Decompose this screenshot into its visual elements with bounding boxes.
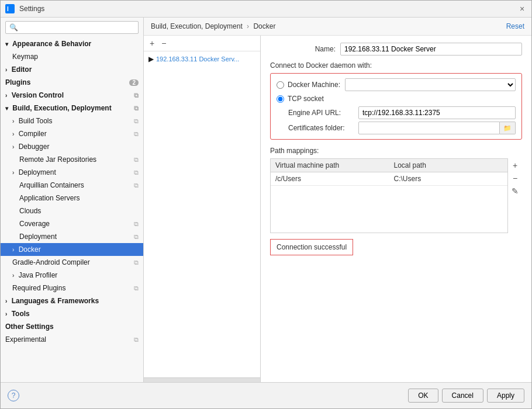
docker-status-indicator: ▶ bbox=[148, 55, 154, 63]
docker-machine-select[interactable] bbox=[345, 78, 516, 91]
docker-panel: + − ▶ 192.168.33.11 Docker Serv... Name: bbox=[144, 36, 531, 382]
sidebar-item-deployment2[interactable]: Deployment ⧉ bbox=[1, 230, 143, 243]
docker-server-item[interactable]: ▶ 192.168.33.11 Docker Serv... bbox=[144, 51, 260, 67]
sidebar-item-build-tools[interactable]: › Build Tools ⧉ bbox=[1, 115, 143, 127]
sidebar-item-app-servers[interactable]: Application Servers bbox=[1, 192, 143, 204]
svg-text:I: I bbox=[7, 6, 9, 12]
copy-icon: ⧉ bbox=[134, 259, 139, 266]
cancel-button[interactable]: Cancel bbox=[442, 389, 483, 403]
reset-button[interactable]: Reset bbox=[506, 22, 524, 30]
sidebar-item-label: Experimental bbox=[5, 335, 46, 344]
sidebar-item-other-settings[interactable]: Other Settings bbox=[1, 320, 143, 333]
sidebar-item-label: Keymap bbox=[12, 53, 38, 61]
engine-api-url-row: Engine API URL: bbox=[288, 106, 516, 119]
plugins-badge: 2 bbox=[129, 79, 139, 86]
local-path-cell: C:\Users bbox=[389, 172, 508, 185]
path-table-wrapper: Virtual machine path Local path /c/Users… bbox=[270, 158, 522, 233]
certificates-folder-label: Certificates folder: bbox=[288, 124, 358, 132]
sidebar-item-arquillian[interactable]: Arquillian Containers ⧉ bbox=[1, 179, 143, 192]
path-mappings-label: Path mappings: bbox=[270, 147, 522, 155]
sidebar-item-label: Deployment bbox=[19, 233, 57, 241]
sidebar-item-keymap[interactable]: Keymap bbox=[1, 50, 143, 63]
path-table: Virtual machine path Local path /c/Users… bbox=[270, 158, 508, 233]
sidebar-item-remote-jar[interactable]: Remote Jar Repositories ⧉ bbox=[1, 153, 143, 166]
breadcrumb-part1: Build, Execution, Deployment bbox=[151, 22, 243, 30]
name-row: Name: bbox=[270, 43, 522, 56]
sidebar-item-label: › Languages & Frameworks bbox=[5, 297, 99, 305]
copy-icon: ⧉ bbox=[134, 130, 139, 138]
path-table-col1-header: Virtual machine path bbox=[271, 159, 389, 172]
tcp-socket-radio-row: TCP socket bbox=[277, 95, 516, 103]
sidebar-item-label: › Build Tools bbox=[12, 117, 53, 125]
search-input[interactable] bbox=[5, 21, 139, 34]
scrollbar[interactable] bbox=[144, 377, 260, 382]
connect-section: Connect to Docker daemon with: Docker Ma… bbox=[270, 61, 522, 140]
sidebar-item-tools[interactable]: › Tools bbox=[1, 307, 143, 320]
sidebar-item-docker[interactable]: › Docker bbox=[1, 243, 143, 256]
apply-button[interactable]: Apply bbox=[487, 389, 524, 403]
sidebar-item-plugins[interactable]: Plugins 2 bbox=[1, 76, 143, 89]
sidebar-item-deployment[interactable]: › Deployment ⧉ bbox=[1, 166, 143, 179]
settings-window: I Settings × ▾ Appearance & Behavior Key… bbox=[0, 0, 532, 409]
certificates-folder-row: Certificates folder: 📁 bbox=[288, 122, 516, 134]
sidebar-item-compiler[interactable]: › Compiler ⧉ bbox=[1, 127, 143, 140]
sidebar-item-debugger[interactable]: › Debugger bbox=[1, 140, 143, 153]
sidebar-item-label: Other Settings bbox=[5, 323, 54, 331]
main-content: ▾ Appearance & Behavior Keymap › Editor … bbox=[1, 18, 531, 382]
breadcrumb-current: Docker bbox=[253, 22, 275, 30]
copy-icon: ⧉ bbox=[134, 169, 139, 176]
add-server-button[interactable]: + bbox=[147, 38, 157, 48]
engine-api-url-input[interactable] bbox=[358, 106, 516, 119]
name-input[interactable] bbox=[340, 43, 522, 56]
sidebar-item-coverage[interactable]: Coverage ⧉ bbox=[1, 217, 143, 230]
sidebar-item-clouds[interactable]: Clouds bbox=[1, 204, 143, 217]
copy-icon: ⧉ bbox=[134, 117, 139, 125]
radio-group: Docker Machine: TCP socket bbox=[270, 73, 522, 140]
sidebar-item-label: › Docker bbox=[12, 245, 41, 254]
copy-icon: ⧉ bbox=[134, 182, 139, 189]
sidebar-item-appearance[interactable]: ▾ Appearance & Behavior bbox=[1, 37, 143, 50]
sidebar-item-gradle-android[interactable]: Gradle-Android Compiler ⧉ bbox=[1, 256, 143, 269]
sidebar-item-label: Coverage bbox=[19, 220, 50, 228]
path-table-actions: + − ✎ bbox=[508, 158, 522, 233]
sidebar-item-java-profiler[interactable]: › Java Profiler bbox=[1, 269, 143, 282]
ok-button[interactable]: OK bbox=[408, 389, 438, 403]
sidebar-item-editor[interactable]: › Editor bbox=[1, 63, 143, 76]
bottom-bar: ? OK Cancel Apply bbox=[1, 382, 531, 408]
remove-path-button[interactable]: − bbox=[509, 172, 521, 184]
sidebar-item-label: › Java Profiler bbox=[12, 271, 57, 279]
breadcrumb-separator: › bbox=[247, 22, 249, 30]
sidebar-item-label: ▾ Appearance & Behavior bbox=[5, 40, 91, 48]
sidebar-item-label: Plugins bbox=[5, 78, 30, 86]
certificates-folder-input[interactable] bbox=[358, 122, 500, 134]
add-path-button[interactable]: + bbox=[509, 160, 521, 171]
tcp-socket-radio[interactable] bbox=[277, 95, 284, 103]
docker-server-list: + − ▶ 192.168.33.11 Docker Serv... bbox=[144, 36, 261, 382]
sidebar-item-label: Gradle-Android Compiler bbox=[12, 258, 90, 266]
right-panel: Build, Execution, Deployment › Docker Re… bbox=[144, 18, 531, 382]
title-bar: I Settings × bbox=[1, 1, 531, 18]
sidebar-item-label: Arquillian Containers bbox=[19, 181, 84, 189]
sidebar-item-version-control[interactable]: › Version Control ⧉ bbox=[1, 89, 143, 102]
docker-machine-radio[interactable] bbox=[277, 81, 284, 89]
close-button[interactable]: × bbox=[517, 4, 527, 13]
sidebar-item-experimental[interactable]: Experimental ⧉ bbox=[1, 333, 143, 346]
sidebar-item-required-plugins[interactable]: Required Plugins ⧉ bbox=[1, 282, 143, 294]
certificates-folder-browse-button[interactable]: 📁 bbox=[500, 122, 516, 134]
connection-status: Connection successful bbox=[270, 239, 353, 255]
sidebar-item-label: › Editor bbox=[5, 65, 32, 74]
sidebar-item-label: › Version Control bbox=[5, 91, 64, 99]
engine-api-url-input-container bbox=[358, 106, 516, 119]
copy-icon: ⧉ bbox=[134, 92, 139, 99]
sidebar-item-label: Required Plugins bbox=[12, 284, 65, 292]
remove-server-button[interactable]: − bbox=[159, 38, 168, 48]
path-table-empty-area bbox=[271, 186, 507, 233]
sidebar-item-languages[interactable]: › Languages & Frameworks bbox=[1, 294, 143, 307]
sidebar-item-label: › Deployment bbox=[12, 168, 56, 176]
edit-path-button[interactable]: ✎ bbox=[509, 185, 521, 197]
help-button[interactable]: ? bbox=[8, 390, 19, 401]
sidebar-item-label: › Debugger bbox=[12, 143, 49, 151]
sidebar-item-build-execution[interactable]: ▾ Build, Execution, Deployment ⧉ bbox=[1, 102, 143, 115]
sidebar: ▾ Appearance & Behavior Keymap › Editor … bbox=[1, 18, 144, 382]
copy-icon: ⧉ bbox=[134, 285, 139, 292]
